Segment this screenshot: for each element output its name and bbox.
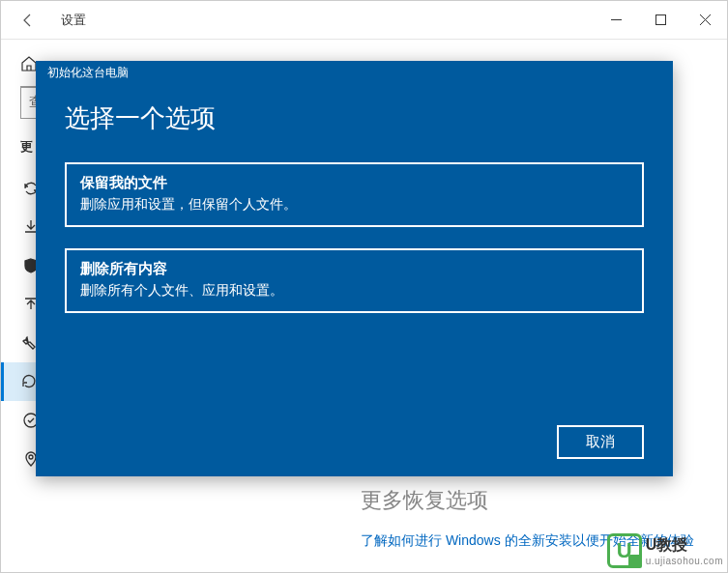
watermark-brand: U教授 [646,536,688,553]
option-remove-everything[interactable]: 删除所有内容 删除所有个人文件、应用和设置。 [65,248,644,313]
option-keep-files[interactable]: 保留我的文件 删除应用和设置，但保留个人文件。 [65,162,644,227]
svg-rect-0 [655,15,665,25]
reset-pc-modal: 初始化这台电脑 选择一个选项 保留我的文件 删除应用和设置，但保留个人文件。 删… [36,61,673,476]
watermark-url: u.ujiasohou.com [646,556,723,566]
cancel-button[interactable]: 取消 [557,425,644,459]
window-title: 设置 [61,12,86,29]
option-desc: 删除应用和设置，但保留个人文件。 [80,196,628,214]
watermark-logo-icon: U [607,533,642,568]
close-button[interactable] [683,2,727,39]
svg-point-2 [29,455,33,459]
maximize-button[interactable] [638,2,683,39]
back-button[interactable] [13,5,44,36]
modal-titlebar: 初始化这台电脑 [36,61,673,88]
minimize-button[interactable] [594,2,638,39]
main-subheading: 更多恢复选项 [361,486,704,515]
modal-heading: 选择一个选项 [65,101,644,135]
watermark: U U教授 u.ujiasohou.com [607,533,723,568]
option-title: 删除所有内容 [80,260,628,278]
option-title: 保留我的文件 [80,174,628,192]
option-desc: 删除所有个人文件、应用和设置。 [80,282,628,300]
